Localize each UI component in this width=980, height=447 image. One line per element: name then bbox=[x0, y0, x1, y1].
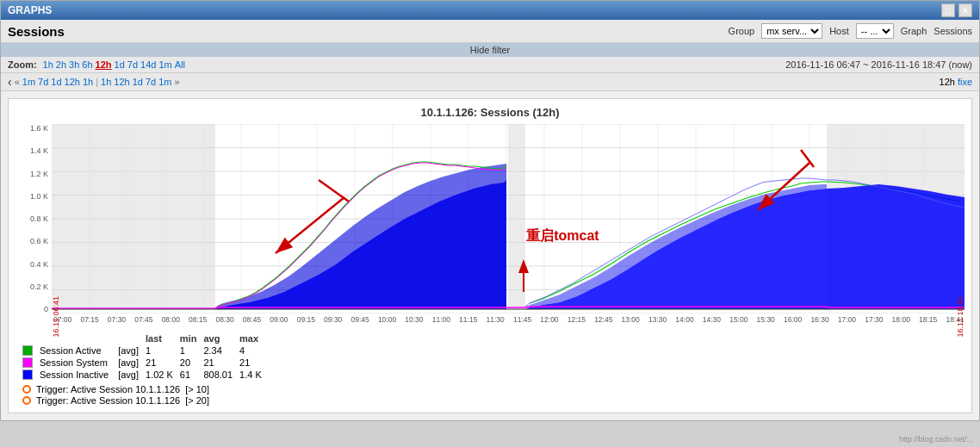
zoom-display: 12h bbox=[940, 77, 955, 87]
graph-container: 10.1.1.126: Sessions (12h) 1.6 K 1.4 K 1… bbox=[8, 98, 972, 413]
zoom-label: Zoom: bbox=[8, 59, 37, 70]
nav-fwd-1m[interactable]: 1m bbox=[158, 77, 171, 87]
zoom-all[interactable]: All bbox=[175, 59, 185, 70]
nav-right: 12h fixe bbox=[940, 77, 972, 87]
group-select[interactable]: mx serv... bbox=[761, 23, 822, 39]
date-range: 2016-11-16 06:47 ~ 2016-11-16 18:47 (now… bbox=[785, 59, 972, 70]
zoom-controls: Zoom: 1h 2h 3h 6h 12h 1d 7d 14d 1m All bbox=[8, 59, 185, 70]
nav-prev[interactable]: ‹ bbox=[8, 75, 12, 89]
zoom-1h[interactable]: 1h bbox=[43, 59, 53, 70]
y-label-8: 0.2 K bbox=[16, 282, 48, 291]
legend-name-system: Session System bbox=[40, 357, 115, 369]
title-bar: GRAPHS □ × bbox=[1, 1, 979, 20]
legend-max-active: 4 bbox=[239, 345, 269, 357]
legend-name-active: Session Active bbox=[40, 345, 115, 357]
left-date-label: 16.11 06:41 bbox=[52, 296, 60, 339]
nav-fwd-1d[interactable]: 1d bbox=[133, 77, 143, 87]
legend-avg-system: 21 bbox=[203, 357, 239, 369]
zoom-14d[interactable]: 14d bbox=[140, 59, 156, 70]
legend-max-inactive: 1.4 K bbox=[239, 369, 269, 381]
legend-avg-inactive: 808.01 bbox=[203, 369, 239, 381]
trigger-label-1: Trigger: Active Session 10.1.1.126 bbox=[36, 384, 180, 394]
legend-max-system: 21 bbox=[239, 357, 269, 369]
trigger-circle-2 bbox=[22, 396, 31, 405]
close-btn[interactable]: × bbox=[958, 3, 972, 17]
col-last: last bbox=[146, 332, 180, 345]
host-label: Host bbox=[829, 26, 849, 36]
trigger-condition-2: [> 20] bbox=[185, 395, 209, 406]
y-label-4: 1.0 K bbox=[16, 192, 48, 201]
y-label-3: 1.2 K bbox=[16, 170, 48, 178]
legend-min-inactive: 61 bbox=[180, 369, 204, 381]
nav-bar: ‹ « 1m 7d 1d 12h 1h | 1h 12h 1d 7d 1m » … bbox=[1, 73, 979, 91]
trigger-row-1: Trigger: Active Session 10.1.1.126 [> 10… bbox=[22, 384, 964, 394]
header-controls: Group mx serv... Host -- ... Graph Sessi… bbox=[729, 23, 972, 39]
nav-12h[interactable]: 12h bbox=[65, 77, 80, 87]
trigger-row-2: Trigger: Active Session 10.1.1.126 [> 20… bbox=[22, 395, 964, 406]
zoom-7d[interactable]: 7d bbox=[127, 59, 138, 70]
nav-1d[interactable]: 1d bbox=[51, 77, 61, 87]
filter-label: Hide filter bbox=[470, 45, 510, 55]
zoom-fix-btn[interactable]: fixe bbox=[958, 77, 972, 87]
legend-avg-active: 2.34 bbox=[203, 345, 239, 357]
nav-fwd-7d[interactable]: 7d bbox=[146, 77, 156, 87]
legend-table: last min avg max Session Active [avg] 1 … bbox=[22, 332, 269, 381]
page-title: Sessions bbox=[8, 24, 65, 39]
zoom-3h[interactable]: 3h bbox=[69, 59, 79, 70]
group-label: Group bbox=[729, 26, 755, 36]
col-max: max bbox=[239, 332, 269, 345]
filter-bar[interactable]: Hide filter bbox=[1, 43, 979, 57]
legend-last-system: 21 bbox=[146, 357, 180, 369]
chart-svg bbox=[52, 124, 964, 314]
trigger-condition-1: [> 10] bbox=[185, 384, 209, 394]
y-label-6: 0.6 K bbox=[16, 237, 48, 245]
nav-7d[interactable]: 7d bbox=[38, 77, 48, 87]
y-label-2: 1.4 K bbox=[16, 146, 48, 155]
zoom-1d[interactable]: 1d bbox=[115, 59, 125, 70]
legend-row-active: Session Active [avg] 1 1 2.34 4 bbox=[22, 345, 269, 357]
graph-label: Graph bbox=[901, 26, 927, 36]
legend-last-active: 1 bbox=[146, 345, 180, 357]
x-axis-labels: 07:00 07:15 07:30 07:45 08:00 08:15 08:3… bbox=[16, 314, 964, 324]
nav-fwd-1h[interactable]: 1h bbox=[101, 77, 111, 87]
trigger-label-2: Trigger: Active Session 10.1.1.126 bbox=[36, 395, 180, 406]
y-label-1: 1.6 K bbox=[16, 124, 48, 133]
legend-type-system: [avg] bbox=[115, 357, 146, 369]
zoom-12h[interactable]: 12h bbox=[96, 59, 112, 70]
legend-type-inactive: [avg] bbox=[115, 369, 146, 381]
chart-annotation: 重启tomcat bbox=[526, 227, 599, 245]
legend-last-inactive: 1.02 K bbox=[146, 369, 180, 381]
legend-area: last min avg max Session Active [avg] 1 … bbox=[16, 324, 964, 406]
zoom-1m[interactable]: 1m bbox=[158, 59, 171, 70]
page-header: Sessions Group mx serv... Host -- ... Gr… bbox=[1, 20, 979, 43]
toolbar: Zoom: 1h 2h 3h 6h 12h 1d 7d 14d 1m All 2… bbox=[1, 57, 979, 73]
legend-color-inactive bbox=[22, 369, 33, 380]
legend-min-system: 20 bbox=[180, 357, 204, 369]
nav-fwd-12h[interactable]: 12h bbox=[114, 77, 129, 87]
nav-1m[interactable]: 1m bbox=[22, 77, 35, 87]
zoom-2h[interactable]: 2h bbox=[56, 59, 66, 70]
y-label-5: 0.8 K bbox=[16, 214, 48, 223]
trigger-circle-1 bbox=[22, 385, 31, 394]
nav-1h[interactable]: 1h bbox=[83, 77, 93, 87]
legend-min-active: 1 bbox=[180, 345, 204, 357]
col-avg: avg bbox=[203, 332, 239, 345]
legend-row-system: Session System [avg] 21 20 21 21 bbox=[22, 357, 269, 369]
app-title: GRAPHS bbox=[8, 4, 52, 16]
legend-row-inactive: Session Inactive [avg] 1.02 K 61 808.01 … bbox=[22, 369, 269, 381]
legend-type-active: [avg] bbox=[115, 345, 146, 357]
legend-color-system bbox=[22, 357, 33, 368]
y-label-7: 0.4 K bbox=[16, 260, 48, 269]
nav-left: ‹ « 1m 7d 1d 12h 1h | 1h 12h 1d 7d 1m » bbox=[8, 75, 180, 89]
svg-rect-10 bbox=[52, 124, 215, 309]
right-date-label: 16.11 18:41 bbox=[956, 296, 964, 339]
host-select[interactable]: -- ... bbox=[856, 23, 894, 39]
y-label-9: 0 bbox=[16, 305, 48, 314]
col-min: min bbox=[180, 332, 204, 345]
legend-name-inactive: Session Inactive bbox=[40, 369, 115, 381]
graph-title: 10.1.1.126: Sessions (12h) bbox=[16, 106, 964, 119]
expand-btn[interactable]: □ bbox=[941, 3, 955, 17]
graph-value: Sessions bbox=[933, 26, 972, 36]
legend-color-active bbox=[22, 345, 33, 356]
zoom-6h[interactable]: 6h bbox=[82, 59, 92, 70]
